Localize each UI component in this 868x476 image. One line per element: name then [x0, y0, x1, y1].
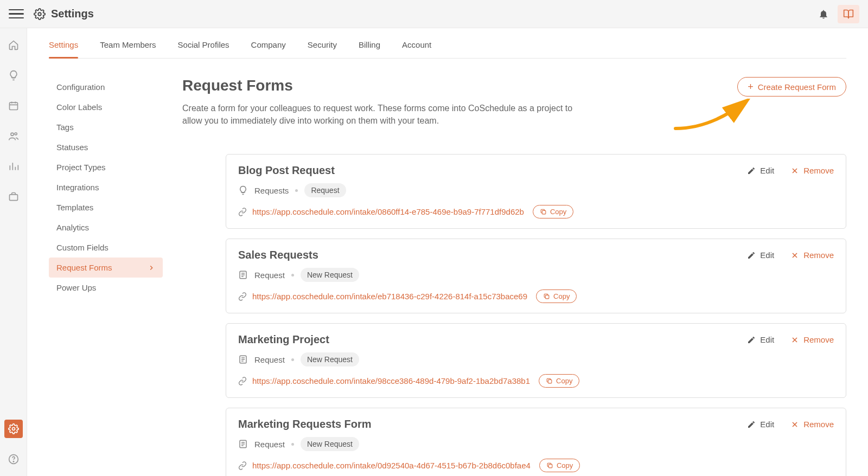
form-meta-text: Request	[254, 271, 285, 280]
tab-security[interactable]: Security	[308, 40, 337, 58]
remove-label: Remove	[803, 250, 834, 260]
page-title: Request Forms	[182, 77, 595, 94]
copy-label: Copy	[553, 292, 570, 300]
main-content: SettingsTeam MembersSocial ProfilesCompa…	[27, 28, 868, 476]
analytics-rail-icon[interactable]	[4, 157, 23, 176]
tab-team-members[interactable]: Team Members	[100, 40, 156, 58]
notifications-icon[interactable]	[813, 5, 834, 23]
edit-button[interactable]: Edit	[747, 335, 774, 344]
link-icon	[238, 292, 247, 301]
remove-button[interactable]: Remove	[790, 250, 834, 260]
form-title: Marketing Requests Form	[238, 418, 372, 430]
svg-rect-18	[548, 380, 552, 384]
remove-button[interactable]: Remove	[790, 166, 834, 175]
svg-point-5	[12, 428, 15, 430]
create-request-form-button[interactable]: + Create Request Form	[737, 77, 846, 97]
svg-rect-10	[542, 211, 546, 215]
link-icon	[238, 377, 247, 385]
remove-button[interactable]: Remove	[790, 420, 834, 429]
sidebar-item-analytics[interactable]: Analytics	[49, 217, 163, 237]
remove-button[interactable]: Remove	[790, 335, 834, 344]
copy-label: Copy	[557, 461, 573, 469]
edit-label: Edit	[760, 335, 774, 344]
svg-rect-4	[9, 195, 17, 201]
separator-dot	[291, 358, 294, 361]
sidebar-item-label: Statuses	[56, 143, 88, 152]
form-meta-text: Requests	[254, 186, 289, 195]
form-link[interactable]: https://app.coschedule.com/intake/0860ff…	[252, 207, 524, 216]
create-button-label: Create Request Form	[758, 82, 836, 92]
remove-label: Remove	[803, 335, 834, 344]
form-type-pill: New Request	[301, 352, 359, 366]
edit-label: Edit	[760, 420, 774, 429]
sidebar-item-statuses[interactable]: Statuses	[49, 137, 163, 157]
team-rail-icon[interactable]	[4, 127, 23, 145]
form-icon	[238, 439, 248, 449]
settings-rail-icon[interactable]	[4, 420, 23, 438]
tab-company[interactable]: Company	[251, 40, 286, 58]
edit-button[interactable]: Edit	[747, 250, 774, 260]
copy-button[interactable]: Copy	[533, 205, 573, 218]
idea-icon	[238, 185, 248, 195]
form-link[interactable]: https://app.coschedule.com/intake/0d9254…	[252, 461, 531, 470]
help-rail-icon[interactable]	[4, 450, 23, 468]
help-docs-icon[interactable]	[838, 5, 859, 23]
form-title: Blog Post Request	[238, 164, 335, 177]
idea-rail-icon[interactable]	[4, 66, 23, 85]
form-card: Blog Post RequestEditRemoveRequestsReque…	[226, 154, 846, 229]
svg-rect-14	[545, 295, 549, 299]
svg-point-3	[15, 133, 17, 135]
separator-dot	[291, 443, 294, 446]
separator-dot	[295, 189, 298, 192]
edit-label: Edit	[760, 166, 774, 175]
sidebar-item-custom-fields[interactable]: Custom Fields	[49, 237, 163, 258]
sidebar-item-label: Project Types	[56, 163, 106, 172]
home-rail-icon[interactable]	[4, 36, 23, 54]
sidebar-item-label: Integrations	[56, 183, 99, 192]
form-type-pill: New Request	[301, 268, 359, 282]
copy-button[interactable]: Copy	[536, 290, 577, 303]
copy-label: Copy	[550, 208, 566, 216]
sidebar-item-color-labels[interactable]: Color Labels	[49, 97, 163, 117]
forms-list: Blog Post RequestEditRemoveRequestsReque…	[226, 154, 846, 476]
plus-icon: +	[748, 82, 754, 92]
tab-billing[interactable]: Billing	[359, 40, 380, 58]
assets-rail-icon[interactable]	[4, 188, 23, 206]
form-link[interactable]: https://app.coschedule.com/intake/eb7184…	[252, 292, 527, 301]
sidebar-item-request-forms[interactable]: Request Forms	[49, 258, 163, 278]
sidebar-item-label: Request Forms	[56, 263, 112, 272]
calendar-rail-icon[interactable]	[4, 97, 23, 115]
edit-button[interactable]: Edit	[747, 166, 774, 175]
form-title: Sales Requests	[238, 249, 318, 261]
sidebar-item-templates[interactable]: Templates	[49, 197, 163, 217]
form-link[interactable]: https://app.coschedule.com/intake/98cce3…	[252, 376, 530, 385]
tab-account[interactable]: Account	[402, 40, 431, 58]
sidebar-item-tags[interactable]: Tags	[49, 117, 163, 137]
edit-button[interactable]: Edit	[747, 420, 774, 429]
sidebar-item-label: Custom Fields	[56, 243, 108, 252]
form-type-pill: Request	[304, 183, 346, 197]
sidebar-item-configuration[interactable]: Configuration	[49, 77, 163, 97]
sidebar-item-label: Templates	[56, 203, 93, 212]
settings-gear-icon	[34, 8, 46, 20]
top-tabs: SettingsTeam MembersSocial ProfilesCompa…	[49, 28, 846, 59]
svg-point-0	[38, 12, 41, 16]
form-card: Marketing Requests FormEditRemoveRequest…	[226, 408, 846, 476]
settings-sidebar: ConfigurationColor LabelsTagsStatusesPro…	[49, 77, 163, 476]
sidebar-item-label: Power Ups	[56, 283, 96, 292]
sidebar-item-project-types[interactable]: Project Types	[49, 157, 163, 177]
form-type-pill: New Request	[301, 437, 359, 451]
sidebar-item-integrations[interactable]: Integrations	[49, 177, 163, 197]
tab-settings[interactable]: Settings	[49, 40, 78, 58]
tab-social-profiles[interactable]: Social Profiles	[178, 40, 229, 58]
left-rail	[0, 28, 27, 476]
sidebar-item-power-ups[interactable]: Power Ups	[49, 278, 163, 298]
chevron-right-icon	[148, 264, 155, 272]
annotation-arrow	[673, 99, 754, 131]
svg-rect-1	[9, 102, 17, 110]
menu-toggle[interactable]	[9, 7, 24, 22]
copy-button[interactable]: Copy	[539, 459, 580, 472]
form-meta-text: Request	[254, 440, 285, 449]
form-card: Sales RequestsEditRemoveRequestNew Reque…	[226, 239, 846, 313]
copy-button[interactable]: Copy	[539, 374, 579, 388]
